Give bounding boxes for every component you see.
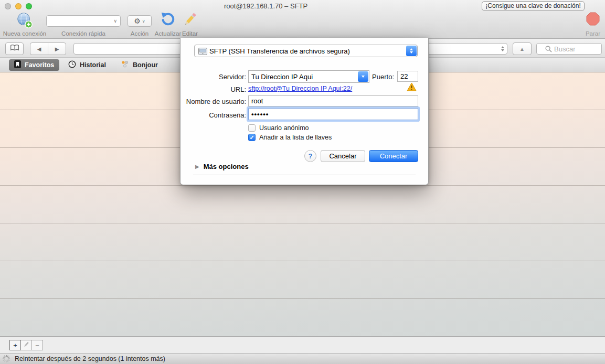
username-label: Nombre de usuario: (181, 98, 246, 105)
connection-dialog: SFTP (SSH Transferencia de archivos segu… (180, 38, 429, 185)
password-input[interactable] (248, 108, 418, 120)
progress-spinner-icon (2, 355, 10, 364)
edit-bookmark-button[interactable] (20, 340, 32, 350)
status-message: Reintentar después de 2 segundos (1 inte… (15, 355, 165, 362)
server-combo[interactable] (248, 70, 369, 83)
edit-label: Editar (182, 30, 198, 37)
title-toolbar-area: root@192.168.1.70 – SFTP ¡Consigue una c… (0, 0, 605, 39)
keychain-checkbox[interactable]: ✓ (248, 134, 256, 141)
anonymous-checkbox-label: Usuario anónimo (259, 124, 309, 132)
stop-icon (586, 12, 600, 28)
toolbar-item-new-connection[interactable]: Nueva conexión (3, 12, 46, 38)
window-title: root@192.168.1.70 – SFTP (224, 2, 307, 10)
bookmark-actions-bar: + − (0, 336, 605, 353)
username-input[interactable] (248, 95, 418, 106)
back-button[interactable]: ◀ (30, 43, 48, 55)
toolbar-item-quick-connect: Conexión rápida (62, 12, 105, 38)
traffic-lights (5, 3, 32, 9)
forward-button[interactable]: ▶ (48, 43, 66, 55)
refresh-icon (160, 12, 176, 29)
tab-bonjour-label: Bonjour (133, 61, 158, 69)
toolbar-item-refresh[interactable]: Actualizar (156, 12, 180, 38)
cancel-button[interactable]: Cancelar (321, 150, 365, 162)
history-nav-segment: ◀ ▶ (30, 42, 66, 55)
keychain-checkbox-row[interactable]: ✓ Añadir a la lista de llaves (248, 134, 332, 141)
search-field[interactable] (536, 43, 602, 55)
zoom-window-button[interactable] (26, 3, 32, 9)
port-input[interactable] (397, 71, 418, 82)
forward-icon: ▶ (55, 46, 59, 52)
chevron-down-icon[interactable]: ∨ (113, 18, 117, 24)
minus-icon: − (35, 341, 39, 349)
more-options-label: Más opciones (204, 163, 249, 170)
password-label: Contraseña: (181, 111, 246, 119)
protocol-stepper-icon (406, 46, 417, 56)
tab-bonjour[interactable]: Bonjour (115, 59, 163, 71)
server-label: Servidor: (181, 73, 246, 81)
keychain-checkbox-label: Añadir a la lista de llaves (259, 134, 332, 141)
tab-history[interactable]: Historial (63, 59, 111, 71)
bookmarks-toggle-button[interactable] (5, 42, 24, 55)
toolbar-item-edit[interactable]: Editar (178, 12, 201, 38)
close-window-button[interactable] (5, 3, 11, 9)
status-bar: Reintentar después de 2 segundos (1 inte… (0, 353, 605, 364)
url-label: URL: (181, 85, 246, 93)
tab-favorites-label: Favoritos (25, 61, 54, 69)
pencil-icon (23, 341, 29, 349)
anonymous-checkbox-row[interactable]: Usuario anónimo (248, 124, 309, 132)
toolbar-item-action: Acción (128, 12, 152, 38)
tab-favorites[interactable]: Favoritos (9, 59, 59, 71)
disclosure-right-icon: ▶ (195, 164, 199, 169)
remove-bookmark-button[interactable]: − (31, 340, 43, 350)
protocol-dropdown[interactable]: SFTP (SSH Transferencia de archivos segu… (194, 45, 418, 57)
protocol-value: SFTP (SSH Transferencia de archivos segu… (209, 47, 350, 55)
connection-url-link[interactable]: sftp://root@Tu Direccion IP Aqui:22/ (248, 85, 352, 92)
check-icon: ✓ (249, 135, 254, 141)
cyberduck-window: root@192.168.1.70 – SFTP ¡Consigue una c… (0, 0, 605, 364)
book-icon (10, 44, 19, 53)
clock-icon (68, 60, 76, 70)
tab-history-label: Historial (80, 61, 106, 69)
add-bookmark-button[interactable]: + (9, 340, 21, 350)
path-stepper-icon[interactable] (501, 46, 504, 51)
help-button[interactable]: ? (304, 150, 316, 162)
up-arrow-icon: ▲ (519, 46, 525, 52)
search-icon (545, 46, 552, 52)
connect-button[interactable]: Conectar (369, 150, 418, 162)
anonymous-checkbox[interactable] (248, 124, 256, 132)
minimize-window-button[interactable] (15, 3, 22, 9)
go-up-button[interactable]: ▲ (513, 42, 532, 55)
plus-icon: + (13, 341, 17, 349)
toolbar-item-stop: Parar (580, 12, 605, 38)
port-label: Puerto: (367, 73, 394, 81)
globe-new-connection-icon (16, 12, 34, 31)
new-connection-label: Nueva conexión (3, 30, 46, 37)
action-label: Acción (131, 30, 149, 37)
dialog-separator (193, 175, 416, 175)
warning-icon (407, 82, 417, 93)
pencil-icon (182, 12, 198, 29)
more-options-toggle[interactable]: ▶ Más opciones (195, 163, 249, 170)
refresh-label: Actualizar (155, 30, 182, 37)
server-drive-icon (198, 48, 207, 57)
bookmark-icon (14, 60, 21, 70)
back-icon: ◀ (37, 46, 41, 52)
bonjour-icon (121, 60, 129, 70)
donation-key-button[interactable]: ¡Consigue una clave de donación! (482, 1, 585, 11)
stop-label: Parar (586, 30, 600, 37)
server-input[interactable] (249, 71, 369, 82)
quick-connect-label: Conexión rápida (61, 30, 105, 37)
